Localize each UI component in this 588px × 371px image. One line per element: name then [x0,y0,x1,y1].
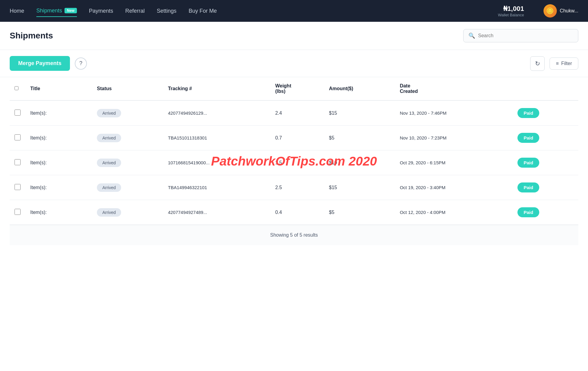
row-status-0: Arrived [92,100,163,126]
page-container: Shipments 🔍 Merge Payments ? ↻ ≡ Filter [0,22,588,371]
row-checkbox-0[interactable] [15,110,21,116]
table-row: Item(s): Arrived 42077494926129... 2.4 $… [10,100,578,126]
status-badge-0: Arrived [97,109,121,117]
navbar: Home Shipments New Payments Referral Set… [0,0,588,22]
row-weight-0: 2.4 [270,100,324,126]
nav-referral[interactable]: Referral [125,5,145,17]
user-name: Chukw... [560,8,578,14]
row-weight-3: 2.5 [270,175,324,200]
row-checkbox-cell[interactable] [10,150,25,175]
row-checkbox-3[interactable] [15,184,21,190]
row-checkbox-1[interactable] [15,134,21,140]
row-tracking-0: 42077494926129... [163,100,270,126]
paid-badge-2: Paid [517,158,539,168]
row-date-3: Oct 19, 2020 - 3:40PM [395,175,513,200]
row-status-4: Arrived [92,200,163,225]
row-tracking-2: 107166815419000... [163,150,270,175]
table-container: Title Status Tracking # Weight(lbs) Amou… [0,77,588,245]
toolbar: Merge Payments ? ↻ ≡ Filter [0,50,588,77]
row-weight-4: 0.4 [270,200,324,225]
paid-badge-3: Paid [517,182,539,192]
page-header: Shipments 🔍 [0,22,588,50]
search-box[interactable]: 🔍 [463,29,578,42]
table-header-row: Title Status Tracking # Weight(lbs) Amou… [10,77,578,100]
wallet-amount: ₦1,001 [503,5,524,13]
table-row: Item(s): Arrived 42077494927489... 0.4 $… [10,200,578,225]
row-status-2: Arrived [92,150,163,175]
status-badge-1: Arrived [97,134,121,142]
row-paid-0: Paid [513,100,578,126]
nav-buyforme[interactable]: Buy For Me [189,5,217,17]
row-status-3: Arrived [92,175,163,200]
table-row: Item(s): Arrived TBA149946322101 2.5 $15… [10,175,578,200]
row-checkbox-cell[interactable] [10,175,25,200]
row-date-0: Nov 13, 2020 - 7:46PM [395,100,513,126]
col-weight: Weight(lbs) [270,77,324,100]
filter-button[interactable]: ≡ Filter [550,57,578,70]
col-amount: Amount($) [324,77,395,100]
paid-badge-4: Paid [517,207,539,217]
wallet-label: Wallet Balance [498,13,524,17]
row-paid-1: Paid [513,126,578,150]
row-weight-2: 1.5 [270,150,324,175]
new-badge: New [64,8,77,13]
col-payment-status [513,77,578,100]
row-paid-4: Paid [513,200,578,225]
row-title-4: Item(s): [25,200,92,225]
row-tracking-3: TBA149946322101 [163,175,270,200]
refresh-icon: ↻ [535,60,540,67]
col-date: DateCreated [395,77,513,100]
row-checkbox-4[interactable] [15,209,21,215]
user-menu[interactable]: 🪙 Chukw... [543,4,578,18]
table-row: Item(s): Arrived TBA151011318301 0.7 $5 … [10,126,578,150]
search-icon: 🔍 [468,32,475,39]
nav-payments[interactable]: Payments [89,5,113,17]
page-title: Shipments [10,31,463,41]
row-date-1: Nov 10, 2020 - 7:23PM [395,126,513,150]
row-title-0: Item(s): [25,100,92,126]
col-title: Title [25,77,92,100]
row-checkbox-cell[interactable] [10,200,25,225]
merge-payments-button[interactable]: Merge Payments [10,56,70,71]
col-checkbox [10,77,25,100]
status-badge-2: Arrived [97,159,121,167]
paid-badge-0: Paid [517,108,539,118]
refresh-button[interactable]: ↻ [530,56,545,71]
col-tracking: Tracking # [163,77,270,100]
search-input[interactable] [478,33,573,38]
row-title-3: Item(s): [25,175,92,200]
row-date-4: Oct 12, 2020 - 4:00PM [395,200,513,225]
table-row: Item(s): Arrived 107166815419000... 1.5 … [10,150,578,175]
table-footer: Showing 5 of 5 results [10,225,578,245]
paid-badge-1: Paid [517,133,539,143]
row-status-1: Arrived [92,126,163,150]
col-status: Status [92,77,163,100]
status-badge-3: Arrived [97,183,121,192]
filter-icon: ≡ [556,61,559,66]
row-title-1: Item(s): [25,126,92,150]
wallet-section: ₦1,001 Wallet Balance [498,5,524,17]
help-button[interactable]: ? [75,57,87,70]
row-amount-1: $5 [324,126,395,150]
status-badge-4: Arrived [97,208,121,217]
row-tracking-1: TBA151011318301 [163,126,270,150]
row-amount-0: $15 [324,100,395,126]
nav-shipments-label: Shipments [36,8,62,14]
filter-label: Filter [561,61,572,66]
row-title-2: Item(s): [25,150,92,175]
select-all-checkbox[interactable] [15,86,18,90]
row-paid-2: Paid [513,150,578,175]
nav-home[interactable]: Home [10,5,24,17]
row-weight-1: 0.7 [270,126,324,150]
row-amount-4: $5 [324,200,395,225]
nav-shipments[interactable]: Shipments New [36,5,77,17]
nav-settings[interactable]: Settings [157,5,177,17]
row-checkbox-2[interactable] [15,159,21,165]
shipments-table: Title Status Tracking # Weight(lbs) Amou… [10,77,578,225]
row-amount-3: $15 [324,175,395,200]
row-date-2: Oct 29, 2020 - 6:15PM [395,150,513,175]
row-checkbox-cell[interactable] [10,100,25,126]
row-paid-3: Paid [513,175,578,200]
user-avatar: 🪙 [543,4,557,18]
row-checkbox-cell[interactable] [10,126,25,150]
